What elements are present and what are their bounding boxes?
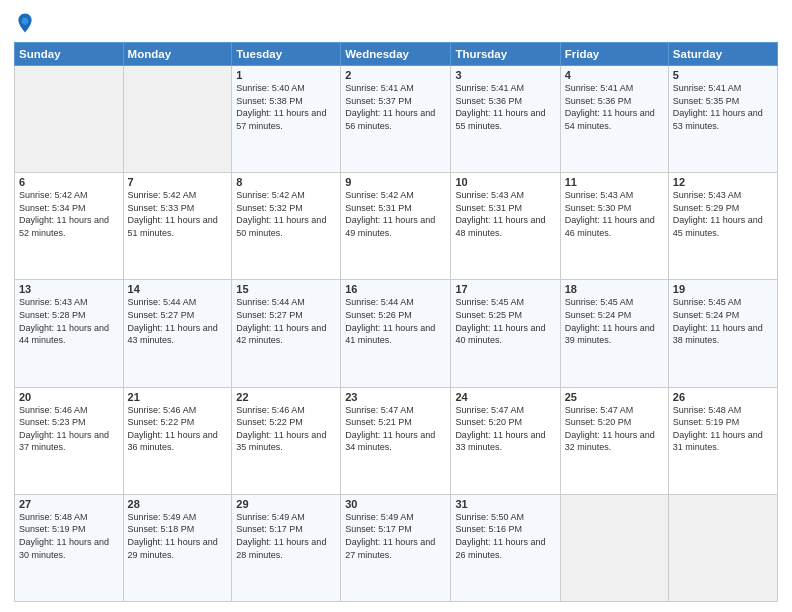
day-info: Sunrise: 5:46 AMSunset: 5:22 PMDaylight:… — [128, 404, 228, 454]
calendar-header-saturday: Saturday — [668, 43, 777, 66]
day-number: 16 — [345, 283, 446, 295]
day-info: Sunrise: 5:42 AMSunset: 5:34 PMDaylight:… — [19, 189, 119, 239]
logo-icon — [14, 12, 36, 34]
calendar-cell: 25Sunrise: 5:47 AMSunset: 5:20 PMDayligh… — [560, 387, 668, 494]
day-number: 26 — [673, 391, 773, 403]
calendar-header-row: SundayMondayTuesdayWednesdayThursdayFrid… — [15, 43, 778, 66]
calendar-cell: 20Sunrise: 5:46 AMSunset: 5:23 PMDayligh… — [15, 387, 124, 494]
calendar-cell: 26Sunrise: 5:48 AMSunset: 5:19 PMDayligh… — [668, 387, 777, 494]
day-number: 6 — [19, 176, 119, 188]
day-info: Sunrise: 5:41 AMSunset: 5:35 PMDaylight:… — [673, 82, 773, 132]
calendar-cell — [560, 494, 668, 601]
calendar-week-1: 1Sunrise: 5:40 AMSunset: 5:38 PMDaylight… — [15, 66, 778, 173]
day-info: Sunrise: 5:47 AMSunset: 5:21 PMDaylight:… — [345, 404, 446, 454]
calendar-cell: 29Sunrise: 5:49 AMSunset: 5:17 PMDayligh… — [232, 494, 341, 601]
day-info: Sunrise: 5:46 AMSunset: 5:22 PMDaylight:… — [236, 404, 336, 454]
day-number: 10 — [455, 176, 555, 188]
calendar-cell: 16Sunrise: 5:44 AMSunset: 5:26 PMDayligh… — [341, 280, 451, 387]
day-info: Sunrise: 5:45 AMSunset: 5:25 PMDaylight:… — [455, 296, 555, 346]
day-info: Sunrise: 5:40 AMSunset: 5:38 PMDaylight:… — [236, 82, 336, 132]
day-number: 21 — [128, 391, 228, 403]
day-number: 23 — [345, 391, 446, 403]
calendar-cell: 21Sunrise: 5:46 AMSunset: 5:22 PMDayligh… — [123, 387, 232, 494]
logo — [14, 12, 40, 34]
calendar-cell — [668, 494, 777, 601]
day-number: 29 — [236, 498, 336, 510]
day-info: Sunrise: 5:47 AMSunset: 5:20 PMDaylight:… — [565, 404, 664, 454]
day-number: 13 — [19, 283, 119, 295]
calendar-week-5: 27Sunrise: 5:48 AMSunset: 5:19 PMDayligh… — [15, 494, 778, 601]
calendar-cell — [123, 66, 232, 173]
day-number: 24 — [455, 391, 555, 403]
calendar-cell: 6Sunrise: 5:42 AMSunset: 5:34 PMDaylight… — [15, 173, 124, 280]
day-number: 9 — [345, 176, 446, 188]
calendar-cell: 11Sunrise: 5:43 AMSunset: 5:30 PMDayligh… — [560, 173, 668, 280]
calendar-cell: 12Sunrise: 5:43 AMSunset: 5:29 PMDayligh… — [668, 173, 777, 280]
day-number: 20 — [19, 391, 119, 403]
calendar: SundayMondayTuesdayWednesdayThursdayFrid… — [14, 42, 778, 602]
calendar-cell: 13Sunrise: 5:43 AMSunset: 5:28 PMDayligh… — [15, 280, 124, 387]
calendar-cell: 22Sunrise: 5:46 AMSunset: 5:22 PMDayligh… — [232, 387, 341, 494]
day-number: 17 — [455, 283, 555, 295]
day-info: Sunrise: 5:41 AMSunset: 5:36 PMDaylight:… — [565, 82, 664, 132]
calendar-week-3: 13Sunrise: 5:43 AMSunset: 5:28 PMDayligh… — [15, 280, 778, 387]
day-info: Sunrise: 5:50 AMSunset: 5:16 PMDaylight:… — [455, 511, 555, 561]
calendar-cell: 18Sunrise: 5:45 AMSunset: 5:24 PMDayligh… — [560, 280, 668, 387]
calendar-cell: 2Sunrise: 5:41 AMSunset: 5:37 PMDaylight… — [341, 66, 451, 173]
calendar-cell: 30Sunrise: 5:49 AMSunset: 5:17 PMDayligh… — [341, 494, 451, 601]
calendar-cell: 4Sunrise: 5:41 AMSunset: 5:36 PMDaylight… — [560, 66, 668, 173]
day-number: 11 — [565, 176, 664, 188]
day-number: 30 — [345, 498, 446, 510]
day-number: 19 — [673, 283, 773, 295]
calendar-header-friday: Friday — [560, 43, 668, 66]
calendar-cell: 8Sunrise: 5:42 AMSunset: 5:32 PMDaylight… — [232, 173, 341, 280]
day-info: Sunrise: 5:43 AMSunset: 5:29 PMDaylight:… — [673, 189, 773, 239]
day-info: Sunrise: 5:48 AMSunset: 5:19 PMDaylight:… — [19, 511, 119, 561]
day-info: Sunrise: 5:45 AMSunset: 5:24 PMDaylight:… — [565, 296, 664, 346]
day-number: 31 — [455, 498, 555, 510]
day-info: Sunrise: 5:48 AMSunset: 5:19 PMDaylight:… — [673, 404, 773, 454]
day-info: Sunrise: 5:44 AMSunset: 5:27 PMDaylight:… — [236, 296, 336, 346]
day-number: 12 — [673, 176, 773, 188]
day-number: 4 — [565, 69, 664, 81]
calendar-week-4: 20Sunrise: 5:46 AMSunset: 5:23 PMDayligh… — [15, 387, 778, 494]
calendar-cell: 17Sunrise: 5:45 AMSunset: 5:25 PMDayligh… — [451, 280, 560, 387]
calendar-header-wednesday: Wednesday — [341, 43, 451, 66]
day-info: Sunrise: 5:49 AMSunset: 5:17 PMDaylight:… — [345, 511, 446, 561]
day-number: 18 — [565, 283, 664, 295]
day-info: Sunrise: 5:47 AMSunset: 5:20 PMDaylight:… — [455, 404, 555, 454]
day-number: 1 — [236, 69, 336, 81]
day-info: Sunrise: 5:49 AMSunset: 5:18 PMDaylight:… — [128, 511, 228, 561]
day-info: Sunrise: 5:43 AMSunset: 5:31 PMDaylight:… — [455, 189, 555, 239]
calendar-header-monday: Monday — [123, 43, 232, 66]
calendar-cell: 7Sunrise: 5:42 AMSunset: 5:33 PMDaylight… — [123, 173, 232, 280]
calendar-cell: 24Sunrise: 5:47 AMSunset: 5:20 PMDayligh… — [451, 387, 560, 494]
calendar-header-sunday: Sunday — [15, 43, 124, 66]
calendar-cell — [15, 66, 124, 173]
calendar-cell: 28Sunrise: 5:49 AMSunset: 5:18 PMDayligh… — [123, 494, 232, 601]
day-info: Sunrise: 5:42 AMSunset: 5:32 PMDaylight:… — [236, 189, 336, 239]
day-number: 28 — [128, 498, 228, 510]
calendar-cell: 14Sunrise: 5:44 AMSunset: 5:27 PMDayligh… — [123, 280, 232, 387]
day-number: 8 — [236, 176, 336, 188]
day-info: Sunrise: 5:42 AMSunset: 5:31 PMDaylight:… — [345, 189, 446, 239]
day-info: Sunrise: 5:46 AMSunset: 5:23 PMDaylight:… — [19, 404, 119, 454]
header — [14, 12, 778, 34]
day-info: Sunrise: 5:44 AMSunset: 5:26 PMDaylight:… — [345, 296, 446, 346]
calendar-cell: 23Sunrise: 5:47 AMSunset: 5:21 PMDayligh… — [341, 387, 451, 494]
calendar-header-tuesday: Tuesday — [232, 43, 341, 66]
day-number: 7 — [128, 176, 228, 188]
day-number: 15 — [236, 283, 336, 295]
day-info: Sunrise: 5:45 AMSunset: 5:24 PMDaylight:… — [673, 296, 773, 346]
calendar-week-2: 6Sunrise: 5:42 AMSunset: 5:34 PMDaylight… — [15, 173, 778, 280]
day-info: Sunrise: 5:49 AMSunset: 5:17 PMDaylight:… — [236, 511, 336, 561]
day-info: Sunrise: 5:44 AMSunset: 5:27 PMDaylight:… — [128, 296, 228, 346]
day-number: 27 — [19, 498, 119, 510]
calendar-cell: 19Sunrise: 5:45 AMSunset: 5:24 PMDayligh… — [668, 280, 777, 387]
calendar-cell: 3Sunrise: 5:41 AMSunset: 5:36 PMDaylight… — [451, 66, 560, 173]
calendar-cell: 31Sunrise: 5:50 AMSunset: 5:16 PMDayligh… — [451, 494, 560, 601]
day-number: 3 — [455, 69, 555, 81]
day-number: 14 — [128, 283, 228, 295]
day-info: Sunrise: 5:43 AMSunset: 5:28 PMDaylight:… — [19, 296, 119, 346]
page: SundayMondayTuesdayWednesdayThursdayFrid… — [0, 0, 792, 612]
